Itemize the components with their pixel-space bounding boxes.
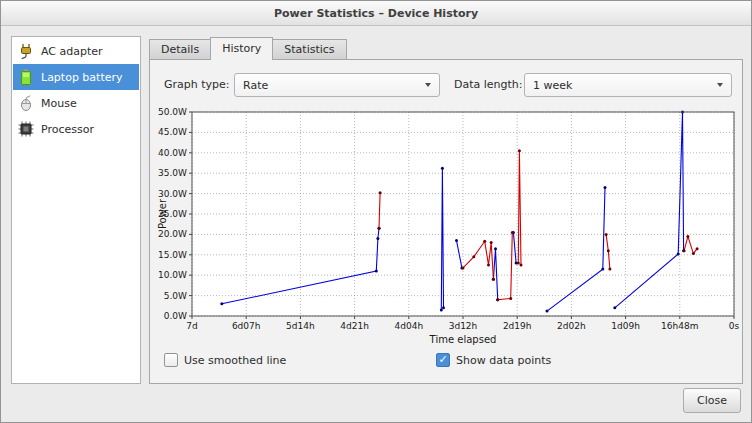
- discharge-rate-point: [462, 266, 465, 269]
- discharge-rate-point: [517, 262, 520, 265]
- y-tick-label: 10.0W: [158, 270, 187, 280]
- x-axis-label: Time elapsed: [429, 334, 497, 345]
- charge-rate-point: [440, 308, 443, 311]
- discharge-rate-point: [683, 249, 686, 252]
- charge-rate-point: [375, 270, 378, 273]
- discharge-rate-point: [686, 235, 689, 238]
- charge-rate-point: [604, 186, 607, 189]
- discharge-rate-point: [605, 233, 608, 236]
- discharge-rate-point: [520, 264, 523, 267]
- x-tick-label: 2d19h: [503, 321, 532, 331]
- discharge-rate-point: [472, 255, 475, 258]
- tab-history[interactable]: History: [210, 37, 273, 60]
- tab-bar: DetailsHistoryStatistics: [149, 37, 346, 60]
- discharge-rate-point: [692, 252, 695, 255]
- discharge-rate-point: [378, 227, 381, 230]
- y-axis-label: Power: [157, 198, 168, 229]
- data-length-combobox[interactable]: 1 week: [524, 73, 732, 97]
- charge-rate-point: [494, 247, 497, 250]
- x-tick-label: 16h48m: [661, 321, 698, 331]
- close-button[interactable]: Close: [683, 388, 741, 413]
- chevron-down-icon: [717, 83, 723, 87]
- x-tick-label: 3d12h: [449, 321, 478, 331]
- charge-rate-point: [442, 306, 445, 309]
- power-statistics-window: Power Statistics – Device History AC ada…: [0, 0, 752, 423]
- y-tick-label: 0.0W: [164, 311, 187, 321]
- use-smoothed-line-label: Use smoothed line: [184, 354, 286, 367]
- y-tick-label: 50.0W: [158, 107, 187, 117]
- discharge-rate-point: [496, 298, 499, 301]
- use-smoothed-line-checkbox[interactable]: Use smoothed line: [164, 353, 286, 367]
- graph-type-combobox[interactable]: Rate: [234, 73, 440, 97]
- charge-rate-point: [376, 237, 379, 240]
- x-tick-label: 2d02h: [557, 321, 586, 331]
- graph-type-value: Rate: [243, 79, 268, 92]
- discharge-rate-point: [487, 264, 490, 267]
- tab-statistics[interactable]: Statistics: [272, 39, 346, 60]
- tab-details[interactable]: Details: [149, 39, 211, 60]
- discharge-rate-point: [483, 240, 486, 243]
- discharge-rate-point: [492, 278, 495, 281]
- x-tick-label: 0s: [729, 321, 740, 331]
- checkbox-box[interactable]: [164, 353, 178, 367]
- checkbox-box[interactable]: ✓: [436, 353, 450, 367]
- device-label: Mouse: [41, 97, 77, 110]
- x-tick-label: 4d21h: [340, 321, 369, 331]
- device-label: AC adapter: [41, 45, 103, 58]
- discharge-rate-point: [509, 297, 512, 300]
- charge-rate-point: [455, 239, 458, 242]
- y-tick-label: 30.0W: [158, 189, 187, 199]
- y-tick-label: 15.0W: [158, 250, 187, 260]
- mouse-icon: [17, 94, 35, 112]
- sidebar-item-processor[interactable]: Processor: [13, 116, 139, 142]
- device-label: Processor: [41, 123, 94, 136]
- data-length-value: 1 week: [533, 79, 572, 92]
- sidebar-item-laptop-battery[interactable]: Laptop battery: [13, 64, 139, 90]
- window-title: Power Statistics – Device History: [274, 7, 478, 20]
- y-tick-label: 35.0W: [158, 168, 187, 178]
- chevron-down-icon: [425, 83, 431, 87]
- y-tick-label: 5.0W: [164, 291, 187, 301]
- x-tick-label: 6d07h: [232, 321, 261, 331]
- charge-rate-point: [677, 253, 680, 256]
- x-tick-label: 5d14h: [286, 321, 315, 331]
- sidebar-item-ac-adapter[interactable]: AC adapter: [13, 38, 139, 64]
- discharge-rate-point: [379, 191, 382, 194]
- y-tick-label: 45.0W: [158, 127, 187, 137]
- discharge-rate-point: [518, 149, 521, 152]
- titlebar: Power Statistics – Device History: [1, 1, 751, 26]
- discharge-rate-point: [490, 241, 493, 244]
- charge-rate-point: [613, 306, 616, 309]
- discharge-rate-point: [696, 247, 699, 250]
- charge-rate-point: [546, 310, 549, 313]
- x-tick-label: 4d04h: [394, 321, 423, 331]
- show-data-points-label: Show data points: [456, 354, 551, 367]
- processor-icon: [17, 120, 35, 138]
- charge-rate-point: [441, 167, 444, 170]
- y-tick-label: 40.0W: [158, 148, 187, 158]
- power-history-chart: 7d6d07h5d14h4d21h4d04h3d12h2d19h2d02h1d0…: [154, 104, 746, 352]
- x-tick-label: 1d09h: [611, 321, 640, 331]
- discharge-rate-point: [607, 249, 610, 252]
- device-label: Laptop battery: [41, 71, 123, 84]
- graph-type-label: Graph type:: [164, 78, 230, 91]
- ac-adapter-icon: [17, 42, 35, 60]
- discharge-rate-point: [608, 268, 611, 271]
- y-tick-label: 20.0W: [158, 229, 187, 239]
- show-data-points-checkbox[interactable]: ✓ Show data points: [436, 353, 551, 367]
- x-tick-label: 7d: [186, 321, 197, 331]
- battery-icon: [17, 68, 35, 86]
- discharge-rate-point: [511, 231, 514, 234]
- charge-rate-point: [601, 268, 604, 271]
- sidebar-item-mouse[interactable]: Mouse: [13, 90, 139, 116]
- device-list: AC adapterLaptop batteryMouseProcessor: [11, 36, 141, 384]
- data-length-label: Data length:: [454, 78, 523, 91]
- history-panel: Graph type: Rate Data length: 1 week 7d6…: [149, 59, 743, 384]
- charge-rate-point: [220, 302, 223, 305]
